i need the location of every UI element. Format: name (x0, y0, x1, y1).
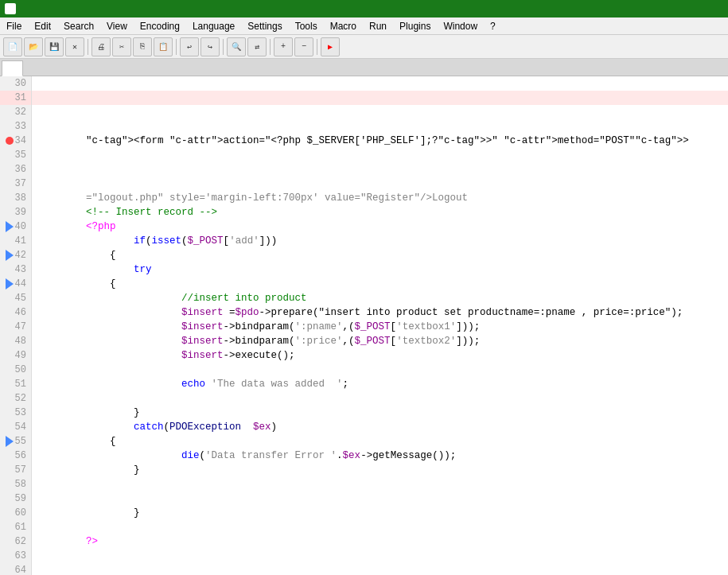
zoom-out-button[interactable]: − (294, 37, 313, 56)
menu-item-file[interactable]: File (0, 19, 28, 33)
print-button[interactable]: 🖨 (91, 37, 111, 56)
code-line[interactable]: $insert->bindparam(':price',($_POST['tex… (32, 334, 728, 348)
sep5 (317, 39, 317, 55)
code-area[interactable]: "c-tag"><form "c-attr">action="<?php $_S… (32, 76, 728, 575)
code-line[interactable]: ="logout.php" style='margin-left:700px' … (32, 191, 728, 205)
line-number: 62 (15, 536, 26, 547)
code-line[interactable]: die('Data transfer Error '.$ex->getMessa… (32, 449, 728, 463)
undo-button[interactable]: ↩ (180, 37, 199, 56)
gutter-line: 60 (0, 506, 31, 520)
line-number: 36 (15, 164, 26, 175)
copy-button[interactable]: ⎘ (133, 37, 152, 56)
menu-item-macro[interactable]: Macro (324, 19, 363, 33)
code-line[interactable] (32, 491, 728, 506)
code-line[interactable]: } (32, 406, 728, 420)
line-number: 45 (15, 293, 26, 304)
line-number: 55 (15, 436, 26, 447)
gutter-line: 45 (0, 291, 31, 305)
code-line[interactable] (32, 477, 728, 491)
replace-button[interactable]: ⇄ (247, 37, 267, 56)
code-line[interactable]: $insert->execute(); (32, 348, 728, 363)
gutter-line: 42 (0, 248, 31, 262)
code-line[interactable]: "c-tag"><form "c-attr">action="<?php $_S… (32, 134, 728, 148)
paste-button[interactable]: 📋 (154, 37, 173, 56)
menu-item-settings[interactable]: Settings (241, 19, 288, 33)
code-line[interactable]: catch(PDOException $ex) (32, 420, 728, 434)
menu-item-run[interactable]: Run (363, 19, 393, 33)
file-tab[interactable] (2, 60, 23, 76)
menu-item-encoding[interactable]: Encoding (134, 19, 186, 33)
line-number: 49 (15, 350, 26, 361)
code-line[interactable] (32, 549, 728, 563)
code-line[interactable]: ?> (32, 534, 728, 549)
menu-item-tools[interactable]: Tools (289, 19, 324, 33)
gutter-line: 39 (0, 205, 31, 220)
sep2 (176, 39, 177, 55)
code-line[interactable]: <!-- Insert record --> (32, 205, 728, 220)
menu-item-search[interactable]: Search (57, 19, 100, 33)
new-button[interactable]: 📄 (3, 37, 22, 56)
code-line[interactable] (32, 91, 728, 105)
code-line[interactable]: if(isset($_POST['add'])) (32, 234, 728, 248)
code-line[interactable] (32, 177, 728, 191)
bookmark-marker (6, 436, 14, 447)
code-line[interactable] (32, 520, 728, 534)
close-button[interactable]: ✕ (65, 37, 84, 56)
menu-item-window[interactable]: Window (437, 19, 484, 33)
gutter-line: 44 (0, 277, 31, 291)
line-number: 60 (15, 507, 26, 519)
find-button[interactable]: 🔍 (227, 37, 246, 56)
menu-item-edit[interactable]: Edit (28, 19, 57, 33)
sep1 (88, 39, 88, 55)
menu-item-plugins[interactable]: Plugins (393, 19, 437, 33)
code-line[interactable] (32, 76, 728, 91)
line-number: 46 (15, 307, 26, 318)
save-button[interactable]: 💾 (45, 37, 64, 56)
code-line[interactable]: } (32, 506, 728, 520)
code-line[interactable] (32, 563, 728, 575)
code-line[interactable]: <?php (32, 220, 728, 234)
code-line[interactable]: $insert =$pdo->prepare("insert into prod… (32, 305, 728, 320)
gutter-line: 32 (0, 105, 31, 119)
code-line[interactable]: //insert into product (32, 291, 728, 305)
menu-bar: FileEditSearchViewEncodingLanguageSettin… (0, 17, 728, 35)
code-line[interactable]: { (32, 248, 728, 262)
code-line[interactable] (32, 363, 728, 377)
zoom-in-button[interactable]: + (274, 37, 293, 56)
line-number: 44 (15, 278, 26, 289)
open-button[interactable]: 📂 (24, 37, 43, 56)
code-line[interactable] (32, 148, 728, 162)
gutter-line: 49 (0, 348, 31, 363)
menu-item-view[interactable]: View (100, 19, 134, 33)
run-button[interactable]: ▶ (321, 37, 340, 56)
gutter-line: 54 (0, 420, 31, 434)
code-line[interactable]: try (32, 262, 728, 277)
menu-item-language[interactable]: Language (186, 19, 241, 33)
code-line[interactable]: { (32, 277, 728, 291)
line-number: 33 (15, 121, 26, 132)
line-number: 32 (15, 107, 26, 118)
code-line[interactable]: $insert->bindparam(':pname',($_POST['tex… (32, 320, 728, 334)
line-number: 64 (15, 565, 26, 575)
gutter-line: 63 (0, 549, 31, 563)
bookmark-marker (6, 250, 14, 261)
code-line[interactable]: } (32, 463, 728, 477)
code-line[interactable] (32, 119, 728, 134)
code-line[interactable] (32, 162, 728, 177)
line-number: 48 (15, 336, 26, 347)
gutter-line: 40 (0, 220, 31, 234)
menu-item-?[interactable]: ? (484, 19, 502, 33)
line-number: 38 (15, 192, 26, 204)
line-number: 53 (15, 407, 26, 418)
code-line[interactable]: { (32, 434, 728, 449)
bookmark-marker (6, 278, 14, 289)
redo-button[interactable]: ↪ (200, 37, 220, 56)
error-marker (6, 137, 14, 145)
code-line[interactable] (32, 391, 728, 406)
line-number: 41 (15, 235, 26, 247)
code-line[interactable]: echo 'The data was added '; (32, 377, 728, 391)
cut-button[interactable]: ✂ (112, 37, 131, 56)
gutter-line: 55 (0, 434, 31, 449)
toolbar: 📄 📂 💾 ✕ 🖨 ✂ ⎘ 📋 ↩ ↪ 🔍 ⇄ + − ▶ (0, 35, 728, 59)
code-line[interactable] (32, 105, 728, 119)
